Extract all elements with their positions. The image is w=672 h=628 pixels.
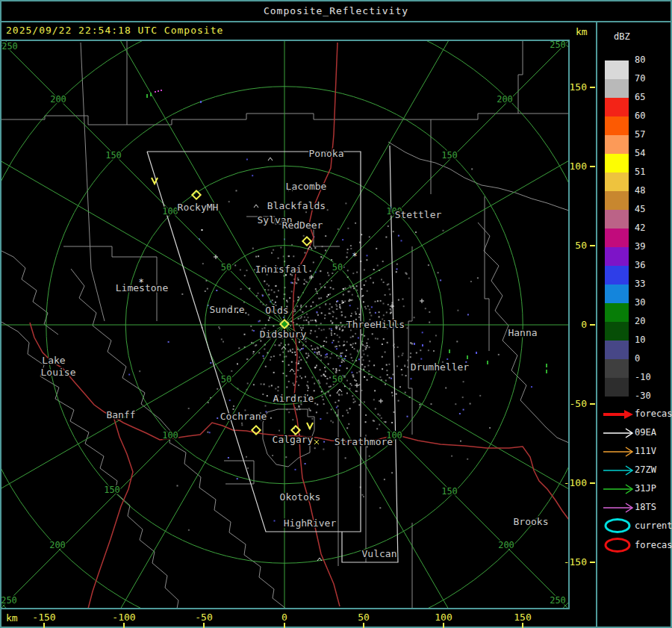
echo-cell <box>150 93 152 96</box>
city-label-drumheller: Drumheller <box>411 361 469 373</box>
city-label-rockymh: RockyMH <box>178 202 219 213</box>
colorbar-box <box>605 247 629 266</box>
right-axis-tick-label: -150 <box>564 556 587 568</box>
peak-caret-marker <box>308 246 312 249</box>
colorbar-box <box>605 359 629 378</box>
right-axis-tick <box>590 245 595 246</box>
forecast-ellipse-icon <box>602 536 635 554</box>
range-ring-label: 50 <box>221 374 231 385</box>
right-axis-tick-label: -50 <box>570 398 587 409</box>
echo-cell <box>487 361 488 364</box>
right-axis-tick-label: 0 <box>581 319 587 330</box>
county-boundary <box>71 269 286 609</box>
legend-panel: dBZ 807065605754514845423936333020100-10… <box>597 22 671 627</box>
bottom-axis-tick-label: -50 <box>195 612 212 623</box>
echo-cell <box>158 90 159 92</box>
colorbar-value-label: 54 <box>635 148 668 160</box>
current-ellipse-icon <box>602 517 635 535</box>
vector-legend-label: 31JP <box>635 483 669 494</box>
echo-cell <box>146 94 148 98</box>
echo-cell <box>414 343 415 345</box>
colorbar-box <box>605 116 629 135</box>
range-ring-label: 200 <box>497 94 513 105</box>
frame-border <box>568 40 570 609</box>
vector-arrow-icon <box>602 408 635 420</box>
city-label-okotoks: Okotoks <box>280 491 321 503</box>
bottom-axis-tick <box>443 623 444 628</box>
right-axis-tick <box>590 482 595 484</box>
bottom-axis-tick-label: -100 <box>112 612 135 623</box>
colorbar-value-label: 10 <box>635 335 668 346</box>
county-boundary <box>81 43 105 321</box>
colorbar-box <box>605 135 629 154</box>
range-ring-label: 50 <box>221 262 231 273</box>
vector-legend-label: forecast <box>635 408 669 419</box>
colorbar-box <box>605 266 629 285</box>
range-ring-label: 200 <box>50 94 66 105</box>
bottom-axis-tick-label: -150 <box>32 612 55 623</box>
frame-border <box>0 608 570 609</box>
county-boundary <box>0 250 58 335</box>
vector-legend-label: 111V <box>635 446 669 456</box>
station-plus-marker <box>420 299 424 303</box>
county-boundary <box>0 321 178 609</box>
peak-caret-marker <box>290 369 294 372</box>
colorbar-box <box>605 154 629 172</box>
bottom-axis-tick <box>123 623 125 628</box>
colorbar-value-label: 33 <box>635 279 668 290</box>
site-diamond-marker <box>302 237 311 245</box>
colorbar-value-label: 65 <box>635 92 668 104</box>
city-label-reddeer: RedDeer <box>282 220 323 231</box>
bottom-axis-tick <box>43 623 45 628</box>
colorbar-value-label: 80 <box>635 55 668 66</box>
vector-legend-label: 09EA <box>635 427 669 438</box>
right-axis-tick <box>590 166 595 167</box>
bottom-axis-tick <box>522 623 523 628</box>
station-plus-marker <box>390 304 394 308</box>
range-ring-label: 150 <box>441 150 458 161</box>
storm-direction-arrow <box>307 423 313 429</box>
city-label-blackfalds: Blackfalds <box>267 200 326 211</box>
city-label-vulcan: Vulcan <box>362 548 397 559</box>
colorbar-box <box>605 210 629 228</box>
peak-caret-marker <box>254 205 258 208</box>
colorbar-box <box>605 285 629 303</box>
city-label-stettler: Stettler <box>395 209 442 220</box>
city-label-banff: Banff <box>106 409 135 420</box>
city-label-hanna: Hanna <box>508 327 537 338</box>
county-boundary <box>408 246 412 435</box>
colorbar-value-label: 70 <box>635 73 668 85</box>
bottom-axis-tick <box>203 623 205 628</box>
county-boundary <box>518 41 523 114</box>
station-plus-marker <box>355 383 359 388</box>
colorbar-box <box>605 172 629 191</box>
peak-caret-marker <box>281 346 286 349</box>
colorbar-box <box>605 378 629 397</box>
city-label-limestone: Limestone <box>116 282 169 293</box>
range-ring-label: 250 <box>1 41 18 52</box>
colorbar-value-label: 0 <box>635 353 668 365</box>
range-ring-label: 150 <box>105 150 122 161</box>
echo-cell <box>546 364 547 367</box>
right-axis-tick-label: 100 <box>570 161 587 172</box>
asterisk-marker: * <box>352 251 357 261</box>
vector-legend-label: 27ZW <box>635 464 669 475</box>
right-axis-tick-label: 50 <box>575 240 587 251</box>
range-ring-label: 150 <box>104 485 120 495</box>
radar-map: 5050505010010010010015015015015020020020… <box>0 0 672 628</box>
colorbar-value-label: -30 <box>635 391 668 402</box>
colorbar-box <box>605 303 629 322</box>
right-axis-tick-label: -100 <box>564 477 587 488</box>
county-boundary <box>485 196 489 351</box>
bottom-axis-tick-label: 0 <box>281 612 287 623</box>
range-ring-label: 50 <box>332 374 343 385</box>
ellipse-legend-label: forecast <box>635 540 669 550</box>
city-label-louise: Louise <box>41 367 76 378</box>
vector-arrow-icon <box>602 446 635 458</box>
colorbar-value-label: 42 <box>635 223 668 234</box>
city-label-lake: Lake <box>42 355 65 366</box>
bottom-axis-tick <box>284 623 285 628</box>
city-label-brooks: Brooks <box>514 516 549 527</box>
vector-legend-label: 18TS <box>635 502 669 512</box>
frame-border <box>0 0 672 1</box>
